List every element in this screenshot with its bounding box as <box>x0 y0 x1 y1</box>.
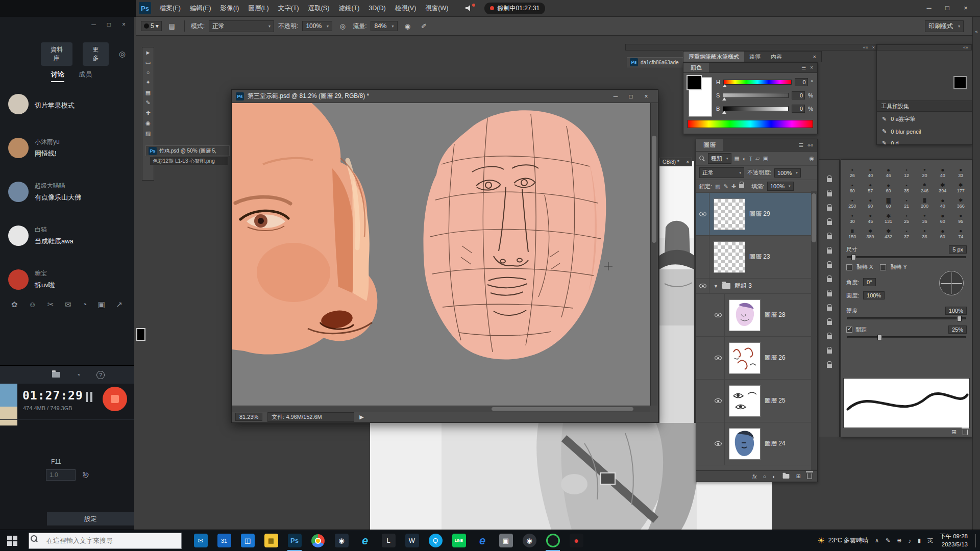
brush-preset[interactable]: ●40 <box>934 163 951 178</box>
panel-menu-icon[interactable]: ☰ <box>799 142 803 148</box>
search-input[interactable] <box>29 533 182 549</box>
chat-item[interactable]: 超级大喵喵有点像乐山大佛 <box>0 170 134 214</box>
move-tool-icon[interactable]: ► <box>143 49 153 56</box>
folder-icon[interactable] <box>52 372 60 378</box>
brush-preset[interactable]: ✱432 <box>879 224 897 239</box>
hue-slider[interactable] <box>723 80 792 85</box>
clock-widget[interactable]: 下午 09:28 2023/5/13 <box>940 533 968 548</box>
emoji-icon[interactable]: ☺ <box>29 300 36 309</box>
lock-transparency-icon[interactable]: ▨ <box>715 183 720 190</box>
eye-icon[interactable] <box>699 284 706 288</box>
eyedropper-icon[interactable]: ✎ <box>143 99 153 106</box>
layer-thumbnail[interactable] <box>729 385 761 417</box>
chat-item[interactable]: 切片苹果模式 <box>0 82 134 126</box>
panel-menu-icon[interactable]: ☰ <box>801 65 806 70</box>
chat-minimize-button[interactable]: ─ <box>91 21 96 28</box>
eye-icon[interactable] <box>715 398 722 403</box>
lasso-tool-icon[interactable]: ○ <box>143 69 153 76</box>
taskbar-icon-steam[interactable]: ◉ <box>330 530 353 551</box>
collapse-icon[interactable]: «« <box>807 142 813 148</box>
slider-thumb[interactable] <box>957 316 962 321</box>
slider-thumb[interactable] <box>722 97 726 101</box>
brush-preset[interactable]: ▓60 <box>879 193 897 209</box>
brush-preset[interactable]: ●26 <box>843 163 861 178</box>
menu-filter[interactable]: 濾鏡(T) <box>334 0 364 16</box>
menu-select[interactable]: 選取(S) <box>304 0 334 16</box>
layer-name[interactable]: 圖層 23 <box>749 253 770 261</box>
lock-icon[interactable] <box>827 178 832 182</box>
lock-icon[interactable] <box>827 192 832 196</box>
canvas[interactable] <box>232 103 650 406</box>
brush-preset[interactable]: ●36 <box>916 224 934 239</box>
filter-type-icon[interactable]: T <box>749 156 753 162</box>
brush-preset[interactable]: ●20 <box>916 163 934 178</box>
chat-close-button[interactable]: × <box>122 21 126 28</box>
taskbar-icon-calendar[interactable]: 31 <box>212 530 236 551</box>
chat-item[interactable]: 白猫当成鞋底awa <box>0 214 134 258</box>
visibility-cell[interactable] <box>712 294 725 336</box>
menu-view[interactable]: 檢視(V) <box>390 0 421 16</box>
lock-all-icon[interactable] <box>739 184 744 188</box>
expand-caret-icon[interactable]: ▼ <box>714 284 718 289</box>
taskbar-icon-browser[interactable]: e <box>471 530 494 551</box>
settings-gear-icon[interactable]: ◎ <box>119 49 126 59</box>
weather-widget[interactable]: ☀ 23°C 多雲時晴 <box>817 536 868 545</box>
interval-input[interactable] <box>46 469 76 481</box>
layer-name[interactable]: 圖層 26 <box>765 354 786 362</box>
menu-window[interactable]: 視窗(W) <box>421 0 453 16</box>
tray-volume-icon[interactable]: ♪ <box>908 538 911 544</box>
menu-file[interactable]: 檔案(F) <box>155 0 185 16</box>
brush-preset[interactable]: ●33 <box>952 163 970 178</box>
tool-preset-item[interactable]: ✎0 a簽字筆 <box>877 113 972 126</box>
hue-value[interactable]: 0 <box>795 78 808 86</box>
taskbar-icon-recording-indicator[interactable]: ● <box>565 530 588 551</box>
brush-preset[interactable]: ●30 <box>843 209 861 224</box>
spacing-checkbox[interactable] <box>846 327 852 333</box>
spacing-value[interactable]: 25% <box>948 325 967 334</box>
brightness-value[interactable]: 0 <box>792 105 805 113</box>
slider-thumb[interactable] <box>722 111 726 114</box>
brush-preset[interactable]: ●35 <box>897 178 915 193</box>
language-indicator[interactable]: 英 <box>927 537 933 544</box>
chat-maximize-button[interactable]: □ <box>107 21 111 28</box>
tray-pen-icon[interactable]: ✎ <box>886 537 890 544</box>
brush-preset[interactable]: ●40 <box>934 193 951 209</box>
brush-preset[interactable]: ✱177 <box>952 178 970 193</box>
menu-layer[interactable]: 圖層(L) <box>243 0 273 16</box>
lock-icon[interactable] <box>827 278 832 282</box>
doc-maximize-button[interactable]: □ <box>623 93 639 100</box>
taskbar-icon-chrome[interactable] <box>306 530 330 551</box>
layer-row[interactable]: 圖層 29 <box>696 193 817 236</box>
settings-button[interactable]: 設定 <box>47 512 134 525</box>
tool-preset-item[interactable]: ✎0 blur pencil <box>877 126 972 137</box>
lock-pixels-icon[interactable]: ✎ <box>723 183 728 190</box>
document-titlebar[interactable]: Ps 第三堂示範.psd @ 81.2% (圖層 29, RGB/8) * ─ … <box>232 90 658 103</box>
share-icon[interactable]: ↗ <box>116 300 122 309</box>
blend-mode-select[interactable]: 正常▾ <box>209 20 274 32</box>
layer-thumbnail[interactable] <box>729 299 761 331</box>
swatch-black[interactable] <box>953 76 967 89</box>
flip-x-checkbox[interactable] <box>846 264 852 270</box>
layer-blend-select[interactable]: 正常▾ <box>699 167 744 178</box>
lock-icon[interactable] <box>827 292 832 296</box>
eye-icon[interactable] <box>715 356 722 360</box>
ps-close-button[interactable]: × <box>957 0 975 16</box>
layer-fill-select[interactable]: 100%▾ <box>767 182 794 191</box>
taskbar-icon-file-explorer[interactable]: ▤ <box>259 530 283 551</box>
lock-icon[interactable] <box>827 349 832 354</box>
dock-edge-strip[interactable]: « <box>972 17 980 530</box>
visibility-cell[interactable] <box>712 337 725 379</box>
collapse-icon[interactable]: «« <box>963 45 968 50</box>
brightness-slider[interactable] <box>723 106 789 111</box>
lock-icon[interactable] <box>827 221 832 225</box>
brush-preset[interactable]: ●36 <box>916 209 934 224</box>
eye-icon[interactable] <box>715 313 722 317</box>
layer-name[interactable]: 群組 3 <box>734 282 752 290</box>
background-doc-fragment[interactable]: GB/8) * × <box>659 158 692 166</box>
flip-y-checkbox[interactable] <box>880 264 886 270</box>
layer-name[interactable]: 圖層 28 <box>765 311 786 319</box>
layer-row[interactable]: 圖層 24 <box>696 422 817 465</box>
layer-thumbnail[interactable] <box>714 198 745 230</box>
foreground-color-swatch[interactable] <box>136 328 145 341</box>
brush-preset[interactable]: ●60 <box>879 178 897 193</box>
